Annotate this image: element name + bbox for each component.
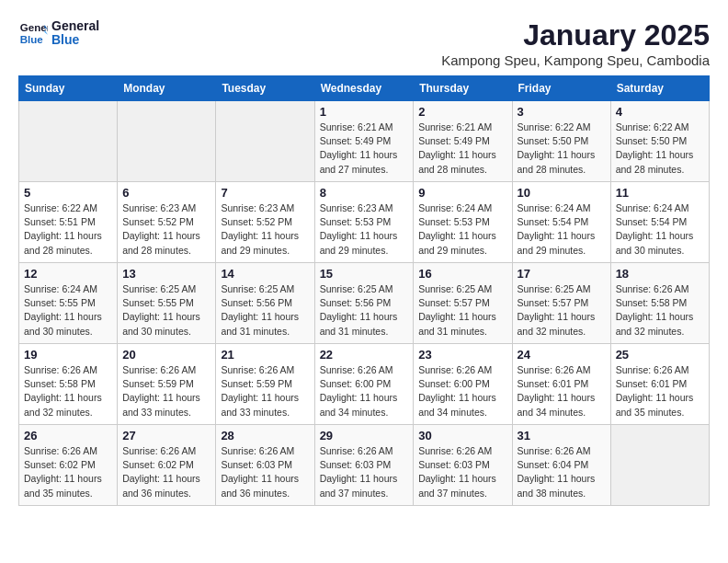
day-number: 24 (518, 348, 606, 362)
day-number: 26 (24, 429, 112, 442)
calendar-table: SundayMondayTuesdayWednesdayThursdayFrid… (18, 75, 710, 506)
day-number: 7 (221, 186, 309, 200)
day-number: 27 (122, 429, 210, 442)
day-number: 5 (24, 186, 112, 200)
day-info: Sunrise: 6:22 AMSunset: 5:51 PMDaylight:… (24, 201, 112, 258)
day-info: Sunrise: 6:24 AMSunset: 5:54 PMDaylight:… (616, 201, 704, 258)
day-info: Sunrise: 6:23 AMSunset: 5:53 PMDaylight:… (320, 201, 409, 258)
day-number: 17 (518, 267, 606, 281)
day-number: 6 (122, 186, 210, 200)
calendar-cell (610, 425, 709, 506)
day-info: Sunrise: 6:25 AMSunset: 5:56 PMDaylight:… (221, 282, 309, 339)
calendar-cell: 10Sunrise: 6:24 AMSunset: 5:54 PMDayligh… (512, 182, 610, 263)
day-info: Sunrise: 6:26 AMSunset: 6:02 PMDaylight:… (24, 444, 112, 500)
day-info: Sunrise: 6:26 AMSunset: 6:03 PMDaylight:… (418, 444, 506, 500)
day-number: 2 (418, 105, 506, 119)
weekday-header-wednesday: Wednesday (314, 76, 414, 101)
day-info: Sunrise: 6:24 AMSunset: 5:53 PMDaylight:… (418, 201, 506, 258)
calendar-cell: 1Sunrise: 6:21 AMSunset: 5:49 PMDaylight… (314, 101, 414, 182)
calendar-cell (118, 101, 216, 182)
day-info: Sunrise: 6:26 AMSunset: 6:00 PMDaylight:… (320, 363, 409, 419)
calendar-cell: 4Sunrise: 6:22 AMSunset: 5:50 PMDaylight… (610, 101, 709, 182)
calendar-cell: 9Sunrise: 6:24 AMSunset: 5:53 PMDaylight… (414, 182, 512, 263)
day-info: Sunrise: 6:21 AMSunset: 5:49 PMDaylight:… (320, 121, 409, 177)
logo-general: General (51, 19, 99, 33)
day-info: Sunrise: 6:26 AMSunset: 5:59 PMDaylight:… (221, 363, 309, 419)
day-number: 18 (616, 267, 704, 281)
calendar-cell: 16Sunrise: 6:25 AMSunset: 5:57 PMDayligh… (414, 263, 512, 344)
calendar-cell: 19Sunrise: 6:26 AMSunset: 5:58 PMDayligh… (19, 344, 118, 425)
calendar-cell: 28Sunrise: 6:26 AMSunset: 6:03 PMDayligh… (216, 425, 314, 506)
calendar-cell: 13Sunrise: 6:25 AMSunset: 5:55 PMDayligh… (118, 263, 216, 344)
day-info: Sunrise: 6:24 AMSunset: 5:54 PMDaylight:… (518, 201, 606, 258)
logo-blue: Blue (51, 33, 99, 47)
day-info: Sunrise: 6:26 AMSunset: 5:58 PMDaylight:… (24, 363, 112, 419)
calendar-cell: 18Sunrise: 6:26 AMSunset: 5:58 PMDayligh… (610, 263, 709, 344)
calendar-cell (19, 101, 118, 182)
title-block: January 2025 Kampong Speu, Kampong Speu,… (441, 18, 710, 68)
weekday-header-thursday: Thursday (414, 76, 512, 101)
day-number: 12 (24, 267, 112, 281)
day-number: 29 (320, 429, 409, 442)
calendar-week-row: 1Sunrise: 6:21 AMSunset: 5:49 PMDaylight… (19, 101, 710, 182)
day-number: 19 (24, 348, 112, 362)
weekday-header-tuesday: Tuesday (216, 76, 314, 101)
calendar-cell: 29Sunrise: 6:26 AMSunset: 6:03 PMDayligh… (314, 425, 414, 506)
day-number: 13 (122, 267, 210, 281)
calendar-cell: 15Sunrise: 6:25 AMSunset: 5:56 PMDayligh… (314, 263, 414, 344)
day-number: 9 (418, 186, 506, 200)
calendar-week-row: 5Sunrise: 6:22 AMSunset: 5:51 PMDaylight… (19, 182, 710, 263)
weekday-header-friday: Friday (512, 76, 610, 101)
calendar-cell: 14Sunrise: 6:25 AMSunset: 5:56 PMDayligh… (216, 263, 314, 344)
calendar-cell: 25Sunrise: 6:26 AMSunset: 6:01 PMDayligh… (610, 344, 709, 425)
calendar-cell: 24Sunrise: 6:26 AMSunset: 6:01 PMDayligh… (512, 344, 610, 425)
day-info: Sunrise: 6:22 AMSunset: 5:50 PMDaylight:… (616, 121, 704, 177)
day-info: Sunrise: 6:25 AMSunset: 5:57 PMDaylight:… (418, 282, 506, 339)
calendar-week-row: 26Sunrise: 6:26 AMSunset: 6:02 PMDayligh… (19, 425, 710, 506)
day-info: Sunrise: 6:22 AMSunset: 5:50 PMDaylight:… (518, 121, 606, 177)
day-info: Sunrise: 6:26 AMSunset: 6:00 PMDaylight:… (418, 363, 506, 419)
calendar-cell: 5Sunrise: 6:22 AMSunset: 5:51 PMDaylight… (19, 182, 118, 263)
day-info: Sunrise: 6:26 AMSunset: 5:58 PMDaylight:… (616, 282, 704, 339)
svg-text:Blue: Blue (20, 34, 44, 45)
weekday-header-saturday: Saturday (610, 76, 709, 101)
day-info: Sunrise: 6:26 AMSunset: 5:59 PMDaylight:… (122, 363, 210, 419)
calendar-cell: 3Sunrise: 6:22 AMSunset: 5:50 PMDaylight… (512, 101, 610, 182)
calendar-cell: 26Sunrise: 6:26 AMSunset: 6:02 PMDayligh… (19, 425, 118, 506)
calendar-cell: 8Sunrise: 6:23 AMSunset: 5:53 PMDaylight… (314, 182, 414, 263)
calendar-subtitle: Kampong Speu, Kampong Speu, Cambodia (441, 52, 710, 68)
day-number: 1 (320, 105, 409, 119)
day-info: Sunrise: 6:26 AMSunset: 6:03 PMDaylight:… (221, 444, 309, 500)
weekday-header-sunday: Sunday (19, 76, 118, 101)
day-number: 31 (518, 429, 606, 442)
day-info: Sunrise: 6:26 AMSunset: 6:01 PMDaylight:… (616, 363, 704, 419)
day-info: Sunrise: 6:25 AMSunset: 5:57 PMDaylight:… (518, 282, 606, 339)
day-number: 16 (418, 267, 506, 281)
calendar-cell: 31Sunrise: 6:26 AMSunset: 6:04 PMDayligh… (512, 425, 610, 506)
calendar-cell: 21Sunrise: 6:26 AMSunset: 5:59 PMDayligh… (216, 344, 314, 425)
day-info: Sunrise: 6:23 AMSunset: 5:52 PMDaylight:… (221, 201, 309, 258)
calendar-week-row: 19Sunrise: 6:26 AMSunset: 5:58 PMDayligh… (19, 344, 710, 425)
calendar-week-row: 12Sunrise: 6:24 AMSunset: 5:55 PMDayligh… (19, 263, 710, 344)
calendar-cell: 11Sunrise: 6:24 AMSunset: 5:54 PMDayligh… (610, 182, 709, 263)
day-number: 4 (616, 105, 704, 119)
logo: General Blue General Blue (18, 18, 99, 48)
calendar-title: January 2025 (441, 18, 710, 52)
day-number: 11 (616, 186, 704, 200)
calendar-cell: 6Sunrise: 6:23 AMSunset: 5:52 PMDaylight… (118, 182, 216, 263)
day-number: 14 (221, 267, 309, 281)
calendar-cell: 23Sunrise: 6:26 AMSunset: 6:00 PMDayligh… (414, 344, 512, 425)
day-number: 22 (320, 348, 409, 362)
calendar-cell: 30Sunrise: 6:26 AMSunset: 6:03 PMDayligh… (414, 425, 512, 506)
day-info: Sunrise: 6:25 AMSunset: 5:55 PMDaylight:… (122, 282, 210, 339)
day-info: Sunrise: 6:26 AMSunset: 6:04 PMDaylight:… (518, 444, 606, 500)
calendar-cell: 27Sunrise: 6:26 AMSunset: 6:02 PMDayligh… (118, 425, 216, 506)
calendar-cell (216, 101, 314, 182)
day-info: Sunrise: 6:26 AMSunset: 6:01 PMDaylight:… (518, 363, 606, 419)
day-info: Sunrise: 6:21 AMSunset: 5:49 PMDaylight:… (418, 121, 506, 177)
svg-text:General: General (20, 22, 48, 33)
logo-icon: General Blue (18, 18, 48, 48)
day-number: 3 (518, 105, 606, 119)
calendar-cell: 17Sunrise: 6:25 AMSunset: 5:57 PMDayligh… (512, 263, 610, 344)
day-number: 20 (122, 348, 210, 362)
